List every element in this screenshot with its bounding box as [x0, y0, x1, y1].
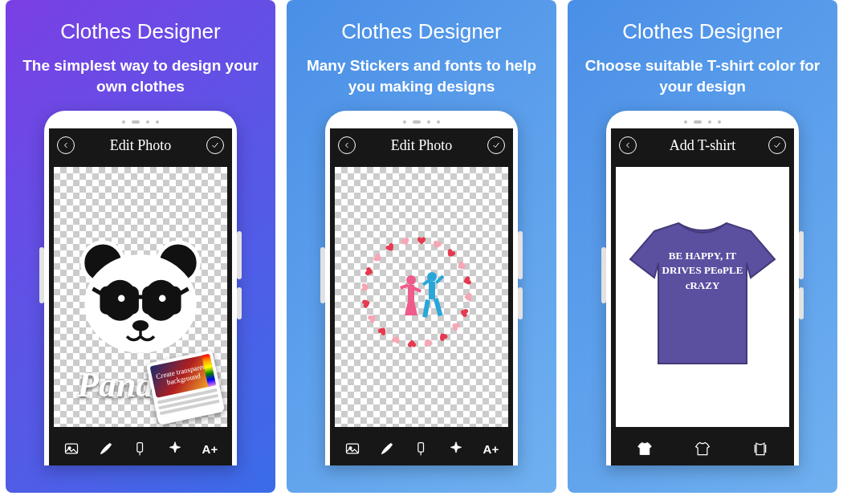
phone-side-button [601, 247, 606, 303]
svg-rect-20 [400, 284, 409, 290]
tagline: The simplest way to design your own clot… [17, 55, 264, 96]
svg-rect-25 [434, 299, 442, 317]
heart-icon [360, 282, 370, 292]
transparent-bg-badge: Create transparent background [146, 350, 225, 425]
phone-side-button [518, 287, 523, 319]
heart-icon [407, 339, 417, 348]
phone-mockup: Edit Photo [44, 111, 237, 465]
phone-speaker [330, 117, 513, 128]
heart-icon [454, 259, 468, 273]
app-screen: Add T-shirt BE HAPPY, IT DRIVES PEoPLE c… [611, 128, 794, 465]
tshirt-slogan: BE HAPPY, IT DRIVES PEoPLE cRAZY [658, 249, 747, 293]
app-name: Clothes Designer [579, 19, 826, 44]
heart-icon [390, 334, 402, 346]
shirt-type-bar [611, 432, 794, 465]
heart-icon [422, 336, 434, 348]
heart-icon [458, 307, 470, 319]
promo-panel-1: Clothes Designer The simplest way to des… [6, 0, 275, 493]
tee-basic-icon[interactable] [694, 440, 711, 457]
back-button[interactable] [57, 136, 75, 154]
phone-side-button [320, 247, 325, 303]
app-screen: Edit Photo [49, 128, 232, 465]
svg-rect-23 [429, 282, 435, 299]
eraser-icon[interactable] [413, 440, 430, 457]
back-button[interactable] [619, 136, 637, 154]
heart-icon [463, 292, 473, 302]
confirm-button[interactable] [768, 136, 786, 154]
heart-icon [371, 251, 385, 265]
screen-title: Edit Photo [75, 137, 206, 154]
confirm-button[interactable] [206, 136, 224, 154]
app-name: Clothes Designer [298, 19, 545, 44]
screen-title: Add T-shirt [637, 137, 768, 154]
heart-icon [363, 266, 375, 278]
svg-rect-15 [137, 443, 143, 453]
svg-marker-19 [405, 301, 417, 315]
phone-mockup: Add T-shirt BE HAPPY, IT DRIVES PEoPLE c… [606, 111, 799, 465]
panda-sticker[interactable]: Panda [72, 229, 209, 365]
design-canvas[interactable] [335, 167, 508, 427]
phone-side-button [799, 231, 804, 279]
phone-speaker [611, 117, 794, 128]
heart-icon [417, 236, 426, 246]
heart-icon [365, 312, 379, 326]
svg-rect-30 [418, 443, 424, 453]
phone-side-button [518, 231, 523, 279]
svg-point-10 [118, 295, 125, 303]
heart-icon [376, 324, 389, 338]
gallery-icon[interactable] [63, 440, 80, 457]
screen-title: Edit Photo [356, 137, 487, 154]
promo-panel-3: Clothes Designer Choose suitable T-shirt… [568, 0, 837, 493]
phone-speaker [49, 117, 232, 128]
heart-icon [444, 247, 458, 261]
heart-icon [360, 298, 373, 310]
tagline: Many Stickers and fonts to help you maki… [298, 55, 545, 96]
sweatshirt-icon[interactable] [751, 440, 769, 457]
design-canvas[interactable]: Panda Create transparent background [54, 167, 227, 427]
tshirt-preview[interactable]: BE HAPPY, IT DRIVES PEoPLE cRAZY [622, 215, 783, 379]
phone-side-button [237, 231, 242, 279]
brush-icon[interactable] [378, 440, 396, 457]
effects-icon[interactable] [166, 440, 184, 457]
tool-bar: A+ [49, 432, 232, 465]
heart-icon [384, 242, 397, 255]
hearts-ring-sticker[interactable] [357, 233, 486, 361]
heart-icon [461, 275, 473, 287]
svg-point-12 [132, 320, 149, 331]
text-tool-button[interactable]: A+ [482, 440, 499, 457]
promo-panel-2: Clothes Designer Many Stickers and fonts… [287, 0, 556, 493]
app-header: Edit Photo [330, 128, 513, 162]
app-header: Add T-shirt [611, 128, 794, 162]
phone-side-button [237, 287, 242, 319]
phone-side-button [39, 247, 44, 303]
design-canvas[interactable]: BE HAPPY, IT DRIVES PEoPLE cRAZY [616, 167, 789, 427]
heart-icon [449, 319, 462, 333]
svg-point-17 [406, 275, 416, 285]
confirm-button[interactable] [487, 136, 505, 154]
gallery-icon[interactable] [344, 440, 361, 457]
brush-icon[interactable] [97, 440, 115, 457]
tool-bar: A+ [330, 432, 513, 465]
effects-icon[interactable] [447, 440, 465, 457]
heart-icon [436, 330, 450, 343]
back-button[interactable] [338, 136, 356, 154]
svg-rect-24 [422, 299, 430, 318]
phone-mockup: Edit Photo [325, 111, 518, 465]
tee-short-sleeve-icon[interactable] [636, 440, 654, 457]
app-screen: Edit Photo [330, 128, 513, 465]
svg-point-11 [159, 295, 166, 303]
dancing-couple-sticker[interactable] [393, 269, 450, 325]
phone-side-button [799, 287, 804, 319]
eraser-icon[interactable] [132, 440, 149, 457]
app-header: Edit Photo [49, 128, 232, 162]
heart-icon [431, 239, 443, 251]
app-name: Clothes Designer [17, 19, 264, 44]
heart-icon [399, 236, 411, 248]
svg-rect-18 [408, 285, 414, 301]
tagline: Choose suitable T-shirt color for your d… [579, 55, 826, 96]
text-tool-button[interactable]: A+ [201, 440, 218, 457]
